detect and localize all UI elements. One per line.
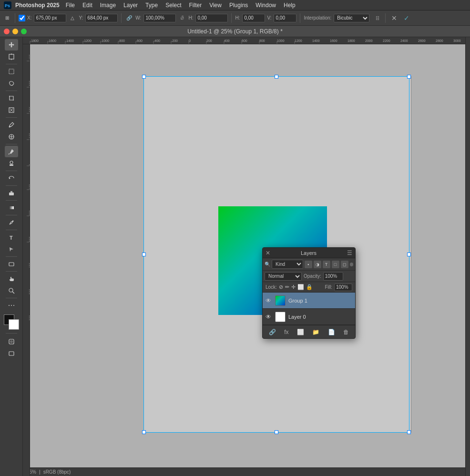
lock-all-icon[interactable]: 🔒 xyxy=(306,284,313,290)
layer-name-layer0: Layer 0 xyxy=(288,314,306,320)
menubar: Ps Photoshop 2025 File Edit Image Layer … xyxy=(0,0,470,10)
patch-tool[interactable] xyxy=(5,131,18,142)
menu-edit[interactable]: Edit xyxy=(79,1,96,10)
svg-text:-600: -600 xyxy=(136,39,143,42)
menu-view[interactable]: View xyxy=(206,1,225,10)
window-close-button[interactable] xyxy=(4,29,10,34)
toolbar-grid-icon: ⊞ xyxy=(3,14,11,22)
fill-input[interactable] xyxy=(334,284,352,291)
quick-mask-btn[interactable] xyxy=(5,336,18,347)
add-mask-icon[interactable]: ⬜ xyxy=(297,329,304,335)
w-input[interactable] xyxy=(143,14,176,22)
eraser-tool[interactable] xyxy=(5,187,18,199)
svg-line-13 xyxy=(9,153,10,154)
toolbar-checkbox[interactable] xyxy=(19,15,25,21)
menu-image[interactable]: Image xyxy=(97,1,119,10)
gradient-tool[interactable] xyxy=(5,202,18,213)
skew-v-input[interactable] xyxy=(274,14,296,22)
path-select-tool[interactable] xyxy=(5,243,18,255)
lock-artboard-icon[interactable]: ⬜ xyxy=(297,284,304,290)
toolbox: T xyxy=(0,37,23,476)
layer-row-group1[interactable]: 👁 Group 1 xyxy=(263,293,355,309)
menu-filter[interactable]: Filter xyxy=(185,1,205,10)
new-group-icon[interactable]: 📁 xyxy=(312,329,319,335)
filter-toggle[interactable] xyxy=(350,263,353,266)
screen-mode-btn[interactable] xyxy=(5,348,18,359)
y-input[interactable] xyxy=(85,14,118,22)
menu-type[interactable]: Type xyxy=(142,1,161,10)
filter-shape-icon[interactable]: □ xyxy=(332,261,339,268)
lasso-tool[interactable] xyxy=(5,78,18,89)
menu-window[interactable]: Window xyxy=(252,1,279,10)
main-area: T xyxy=(0,37,470,476)
layers-menu-icon[interactable]: ☰ xyxy=(347,250,352,256)
svg-text:Ps: Ps xyxy=(5,3,10,8)
interpolation-select[interactable]: Bicubic Nearest Neighbor Bilinear Bicubi… xyxy=(334,14,369,22)
move-tool[interactable] xyxy=(5,39,18,51)
shape-tool[interactable] xyxy=(5,258,18,270)
skew-h-input[interactable] xyxy=(242,14,265,22)
lock-transparent-icon[interactable]: ⊘ xyxy=(279,284,283,290)
menu-layer[interactable]: Layer xyxy=(120,1,141,10)
zoom-tool[interactable] xyxy=(5,285,18,296)
window-minimize-button[interactable] xyxy=(12,29,18,34)
svg-text:600: 600 xyxy=(242,39,247,42)
brush-tool[interactable] xyxy=(5,146,18,157)
add-fx-icon[interactable]: fx xyxy=(284,329,288,335)
h-label: H: xyxy=(188,15,193,20)
color-swatches[interactable] xyxy=(4,314,19,330)
crop-tool[interactable] xyxy=(5,92,18,104)
menu-plugins[interactable]: Plugins xyxy=(226,1,251,10)
svg-text:500: 500 xyxy=(29,289,31,294)
svg-rect-5 xyxy=(9,69,14,74)
filter-pixel-icon[interactable]: ▪ xyxy=(305,261,312,268)
window-maximize-button[interactable] xyxy=(21,29,27,34)
layer-row-layer0[interactable]: 👁 Layer 0 xyxy=(263,309,355,325)
cancel-transform-button[interactable]: ✕ xyxy=(389,13,399,23)
menu-select[interactable]: Select xyxy=(162,1,184,10)
marquee-rect-tool[interactable] xyxy=(5,66,18,77)
pen-tool[interactable] xyxy=(5,217,18,228)
layers-close-icon[interactable]: ✕ xyxy=(266,250,270,256)
x-input[interactable] xyxy=(34,14,66,22)
h-input[interactable] xyxy=(195,14,228,22)
lock-paint-icon[interactable]: ✏ xyxy=(285,284,289,290)
layer-visibility-group1[interactable]: 👁 xyxy=(266,297,272,304)
history-brush-tool[interactable] xyxy=(5,172,18,184)
extra-tools[interactable] xyxy=(5,300,18,311)
background-color[interactable] xyxy=(9,319,19,330)
warp-icon[interactable]: ⌻ xyxy=(373,14,382,22)
svg-text:-1200: -1200 xyxy=(83,39,92,42)
fill-label: Fill: xyxy=(325,284,332,290)
type-tool[interactable]: T xyxy=(5,232,18,243)
layers-lock-row: Lock: ⊘ ✏ ✛ ⬜ 🔒 Fill: xyxy=(263,282,355,293)
menu-help[interactable]: Help xyxy=(280,1,299,10)
new-layer-icon[interactable]: 📄 xyxy=(328,329,335,335)
artboard-tool[interactable] xyxy=(5,51,18,62)
filter-type-icon[interactable]: T xyxy=(323,261,330,268)
layers-filter-select[interactable]: Kind Name Effect xyxy=(272,260,303,269)
frame-tool[interactable] xyxy=(5,104,18,116)
menu-file[interactable]: File xyxy=(62,1,78,10)
link-layers-icon[interactable]: 🔗 xyxy=(269,329,276,335)
hand-tool[interactable] xyxy=(5,273,18,284)
delete-layer-icon[interactable]: 🗑 xyxy=(343,329,349,335)
app-name: Photoshop 2025 xyxy=(15,2,60,9)
svg-text:400: 400 xyxy=(224,39,230,42)
svg-text:2200: 2200 xyxy=(383,39,390,42)
svg-point-26 xyxy=(11,305,12,306)
link-icon[interactable]: 🔗 xyxy=(125,14,133,22)
canvas-inner[interactable]: -400 -300 -200 -100 0 100 200 300 400 50… xyxy=(23,44,465,476)
filter-adjust-icon[interactable]: ◑ xyxy=(314,261,321,268)
layer-visibility-layer0[interactable]: 👁 xyxy=(266,314,272,320)
opacity-input[interactable] xyxy=(323,272,343,281)
svg-text:1400: 1400 xyxy=(312,39,320,42)
filter-smartobj-icon[interactable]: ◻ xyxy=(341,261,348,268)
layers-panel-title: Layers xyxy=(301,250,317,256)
blend-mode-select[interactable]: Normal Multiply Screen Overlay xyxy=(265,272,302,281)
svg-text:2000: 2000 xyxy=(365,39,373,42)
confirm-transform-button[interactable]: ✓ xyxy=(401,13,412,23)
stamp-tool[interactable] xyxy=(5,158,18,169)
eyedropper-tool[interactable] xyxy=(5,119,18,131)
lock-move-icon[interactable]: ✛ xyxy=(291,284,296,290)
